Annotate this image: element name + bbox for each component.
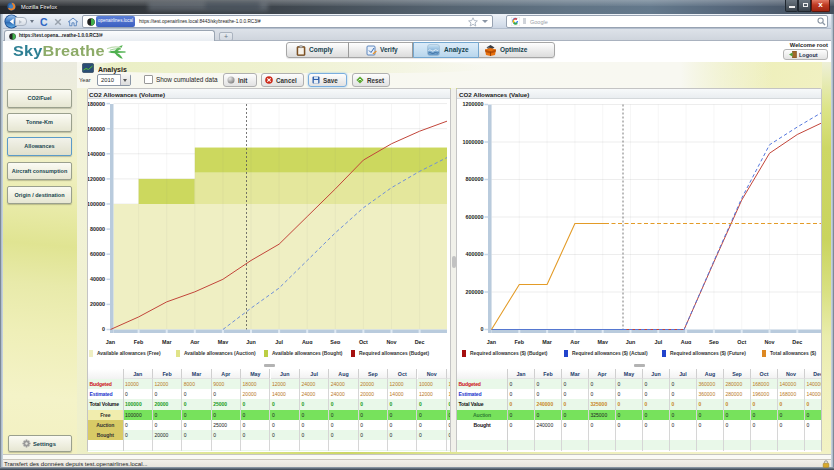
svg-text:Sep: Sep <box>709 339 720 345</box>
svg-text:80000: 80000 <box>90 226 105 232</box>
svg-text:800000: 800000 <box>466 176 484 182</box>
svg-text:120000: 120000 <box>88 176 105 182</box>
svg-text:Feb: Feb <box>515 339 525 345</box>
svg-text:20000: 20000 <box>90 301 105 307</box>
svg-text:140000: 140000 <box>88 151 105 157</box>
svg-text:Jul: Jul <box>654 339 662 345</box>
svg-text:May: May <box>597 339 608 345</box>
svg-text:Jan: Jan <box>487 339 496 345</box>
svg-text:May: May <box>218 339 229 345</box>
svg-text:Oct: Oct <box>737 339 746 345</box>
svg-text:Apr: Apr <box>190 339 200 345</box>
svg-text:60000: 60000 <box>90 251 105 257</box>
svg-text:0: 0 <box>481 326 484 332</box>
svg-text:600000: 600000 <box>466 214 484 220</box>
svg-text:Mar: Mar <box>542 339 552 345</box>
svg-text:Feb: Feb <box>134 339 144 345</box>
svg-text:180000: 180000 <box>88 101 105 107</box>
svg-text:Apr: Apr <box>570 339 580 345</box>
svg-text:Aug: Aug <box>302 339 312 345</box>
svg-text:Dec: Dec <box>415 339 425 345</box>
svg-text:100000: 100000 <box>88 201 105 207</box>
svg-text:200000: 200000 <box>466 289 484 295</box>
svg-text:1200000: 1200000 <box>463 101 484 107</box>
svg-text:Jan: Jan <box>106 339 115 345</box>
svg-text:Dec: Dec <box>792 339 802 345</box>
svg-text:Jul: Jul <box>275 339 283 345</box>
svg-text:Aug: Aug <box>681 339 691 345</box>
svg-text:Jun: Jun <box>626 339 636 345</box>
svg-text:Nov: Nov <box>386 339 396 345</box>
svg-text:0: 0 <box>102 326 105 332</box>
svg-text:Mar: Mar <box>162 339 172 345</box>
svg-text:40000: 40000 <box>90 276 105 282</box>
svg-text:Nov: Nov <box>764 339 774 345</box>
svg-text:160000: 160000 <box>88 126 105 132</box>
svg-text:Oct: Oct <box>359 339 368 345</box>
svg-text:1000000: 1000000 <box>463 139 484 145</box>
svg-text:400000: 400000 <box>466 251 484 257</box>
svg-text:Sep: Sep <box>330 339 341 345</box>
svg-text:Jun: Jun <box>246 339 256 345</box>
